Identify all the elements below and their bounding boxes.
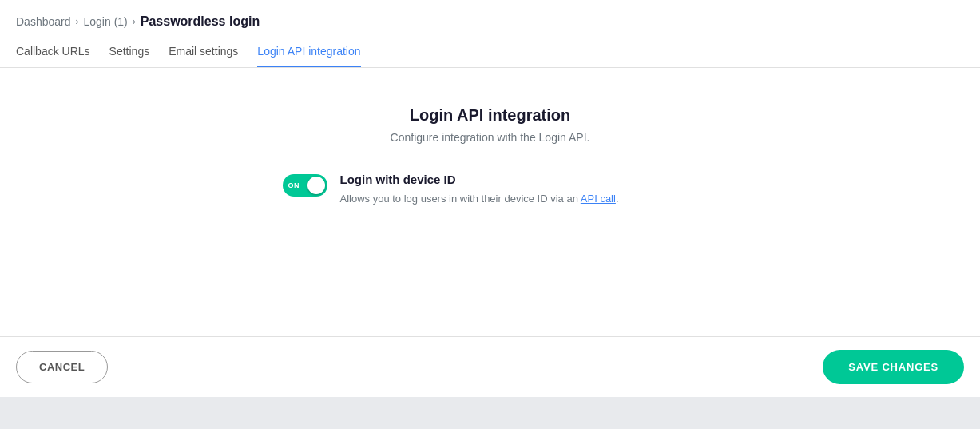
- breadcrumb-separator-2: ›: [133, 16, 136, 27]
- setting-description: Allows you to log users in with their de…: [340, 191, 619, 207]
- breadcrumb: Dashboard › Login (1) › Passwordless log…: [0, 0, 980, 29]
- save-changes-button[interactable]: SAVE CHANGES: [823, 350, 964, 384]
- tab-email-settings[interactable]: Email settings: [169, 45, 238, 67]
- setting-name: Login with device ID: [340, 173, 619, 186]
- cancel-button[interactable]: CANCEL: [16, 351, 108, 383]
- breadcrumb-separator-1: ›: [76, 16, 79, 27]
- login-device-id-toggle[interactable]: ON: [283, 174, 327, 197]
- tab-callback-urls[interactable]: Callback URLs: [16, 45, 90, 67]
- api-link[interactable]: API call: [581, 193, 616, 205]
- description-suffix: .: [616, 193, 619, 205]
- section-title: Login API integration: [410, 106, 570, 125]
- toggle-knob: [307, 177, 325, 194]
- toggle-on-label: ON: [288, 181, 300, 189]
- main-content: Login API integration Configure integrat…: [0, 68, 980, 336]
- setting-text: Login with device ID Allows you to log u…: [340, 173, 619, 207]
- setting-row: ON Login with device ID Allows you to lo…: [283, 173, 698, 207]
- breadcrumb-login[interactable]: Login (1): [84, 15, 128, 28]
- toggle-container[interactable]: ON: [283, 174, 327, 200]
- breadcrumb-dashboard[interactable]: Dashboard: [16, 15, 71, 28]
- tab-settings[interactable]: Settings: [109, 45, 150, 67]
- tab-login-api-integration[interactable]: Login API integration: [257, 45, 360, 67]
- description-prefix: Allows you to log users in with their de…: [340, 193, 581, 205]
- footer: CANCEL SAVE CHANGES: [0, 336, 980, 397]
- section-subtitle: Configure integration with the Login API…: [391, 131, 590, 144]
- bottom-bar: [0, 397, 980, 429]
- tabs: Callback URLs Settings Email settings Lo…: [0, 35, 980, 68]
- breadcrumb-current: Passwordless login: [141, 14, 260, 29]
